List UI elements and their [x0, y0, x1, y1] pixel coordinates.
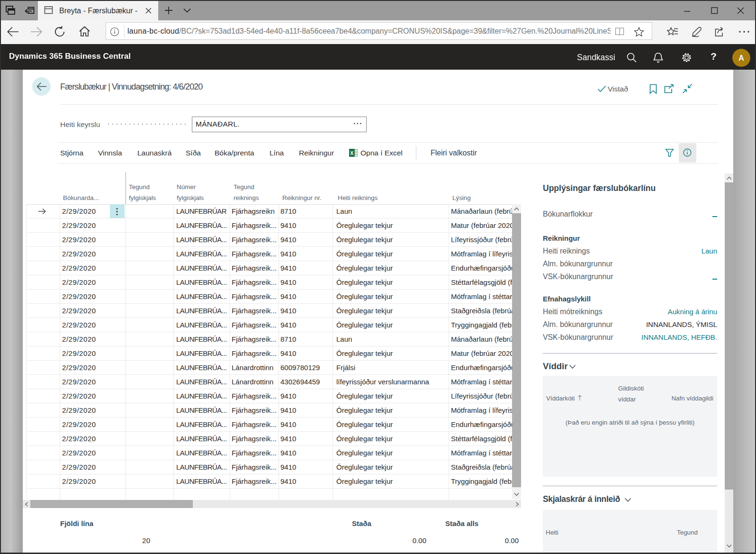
svg-text:X: X — [350, 150, 353, 156]
